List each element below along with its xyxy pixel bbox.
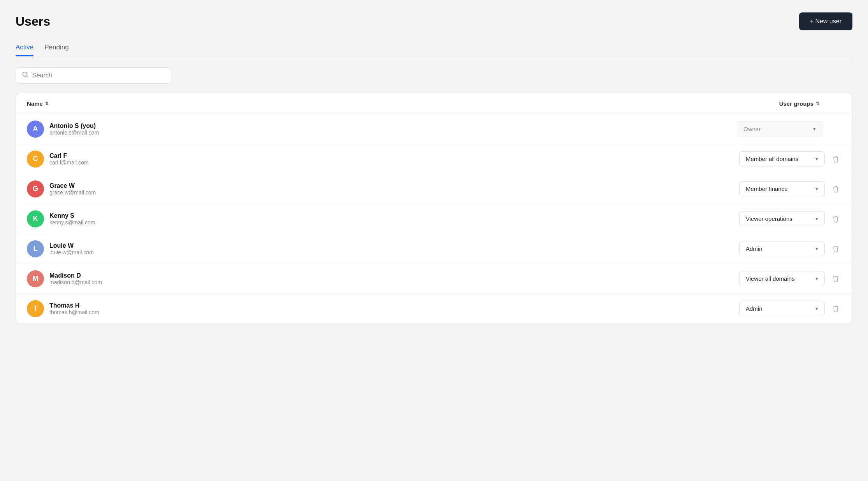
user-name: Grace W [49,182,96,189]
user-details: Kenny S kenny.s@mail.com [49,212,95,226]
delete-button[interactable] [830,243,841,255]
user-details: Grace W grace.w@mail.com [49,182,96,196]
chevron-down-icon: ▾ [813,126,816,132]
tab-active[interactable]: Active [16,40,33,56]
delete-button[interactable] [830,303,841,315]
user-info: G Grace W grace.w@mail.com [27,180,96,198]
role-label: Viewer operations [746,215,792,222]
role-label: Member finance [746,185,788,192]
chevron-down-icon: ▾ [815,276,818,282]
search-icon [22,72,28,79]
user-details: Madison D madison.d@mail.com [49,272,102,285]
delete-button[interactable] [830,213,841,225]
user-info: T Thomas H thomas.h@mail.com [27,300,99,317]
chevron-down-icon: ▾ [815,186,818,192]
table-row: T Thomas H thomas.h@mail.com Admin ▾ [16,294,852,324]
trash-icon [832,185,840,193]
groups-sort-icon[interactable]: ⇅ [816,101,819,106]
table-row: K Kenny S kenny.s@mail.com Viewer operat… [16,204,852,234]
tab-pending[interactable]: Pending [44,40,69,56]
user-info: A Antonio S (you) antonio.s@mail.com [27,121,99,138]
user-actions: Admin ▾ [739,301,841,316]
search-input[interactable] [32,72,165,79]
table-row: L Louie W louie.w@mail.com Admin ▾ [16,234,852,264]
column-user-groups: User groups ⇅ [779,100,819,107]
role-dropdown[interactable]: Admin ▾ [739,241,825,256]
user-info: M Madison D madison.d@mail.com [27,270,102,287]
chevron-down-icon: ▾ [815,246,818,252]
user-actions: Viewer operations ▾ [739,211,841,226]
delete-button[interactable] [830,183,841,195]
user-actions: Member finance ▾ [739,181,841,196]
role-label: Viewer all domains [746,275,795,282]
avatar: L [27,240,44,257]
user-name: Madison D [49,272,102,279]
user-name: Carl F [49,152,89,159]
role-label: Admin [746,305,763,312]
table-row: G Grace W grace.w@mail.com Member financ… [16,174,852,204]
trash-icon [832,304,840,313]
chevron-down-icon: ▾ [815,306,818,311]
user-actions: Member all domains ▾ [739,151,841,166]
role-dropdown[interactable]: Viewer all domains ▾ [739,271,825,286]
users-table: Name ⇅ User groups ⇅ A Antonio S (you) a… [16,93,852,324]
column-name: Name ⇅ [27,100,49,107]
table-row: C Carl F carl.f@mail.com Member all doma… [16,144,852,174]
role-dropdown[interactable]: Member all domains ▾ [739,151,825,166]
user-actions: Owner ▾ [737,121,841,136]
user-info: L Louie W louie.w@mail.com [27,240,94,257]
col-groups-label: User groups [779,100,814,107]
trash-icon [832,215,840,223]
role-label: Owner [743,126,761,132]
user-details: Thomas H thomas.h@mail.com [49,302,99,315]
user-email: kenny.s@mail.com [49,219,95,226]
user-email: madison.d@mail.com [49,279,102,285]
avatar: M [27,270,44,287]
trash-icon [832,245,840,253]
role-dropdown[interactable]: Admin ▾ [739,301,825,316]
table-row: M Madison D madison.d@mail.com Viewer al… [16,264,852,294]
users-list: A Antonio S (you) antonio.s@mail.com Own… [16,114,852,324]
chevron-down-icon: ▾ [815,156,818,162]
avatar: A [27,121,44,138]
svg-line-1 [26,76,28,77]
user-actions: Admin ▾ [739,241,841,256]
role-dropdown[interactable]: Viewer operations ▾ [739,211,825,226]
user-details: Carl F carl.f@mail.com [49,152,89,166]
role-label: Admin [746,245,763,252]
search-wrap [16,67,171,84]
delete-button[interactable] [830,273,841,285]
avatar: T [27,300,44,317]
avatar: K [27,210,44,227]
tabs-container: Active Pending [16,40,852,56]
table-header: Name ⇅ User groups ⇅ [16,93,852,114]
col-name-label: Name [27,100,43,107]
user-name: Antonio S (you) [49,122,99,129]
user-info: K Kenny S kenny.s@mail.com [27,210,95,227]
user-actions: Viewer all domains ▾ [739,271,841,286]
avatar: C [27,150,44,168]
search-container [16,67,852,84]
role-label: Member all domains [746,156,798,162]
new-user-button[interactable]: + New user [799,12,852,30]
user-info: C Carl F carl.f@mail.com [27,150,89,168]
delete-button[interactable] [830,153,841,165]
user-details: Louie W louie.w@mail.com [49,242,94,255]
table-row: A Antonio S (you) antonio.s@mail.com Own… [16,114,852,144]
user-email: thomas.h@mail.com [49,309,99,315]
user-name: Kenny S [49,212,95,219]
trash-icon [832,155,840,163]
trash-icon [832,275,840,283]
role-dropdown[interactable]: Owner ▾ [737,121,822,136]
user-email: antonio.s@mail.com [49,129,99,136]
avatar: G [27,180,44,198]
user-name: Thomas H [49,302,99,309]
user-name: Louie W [49,242,94,249]
user-details: Antonio S (you) antonio.s@mail.com [49,122,99,136]
role-dropdown[interactable]: Member finance ▾ [739,181,825,196]
user-email: louie.w@mail.com [49,249,94,255]
chevron-down-icon: ▾ [815,216,818,222]
user-email: grace.w@mail.com [49,189,96,196]
name-sort-icon[interactable]: ⇅ [45,101,49,106]
user-email: carl.f@mail.com [49,159,89,166]
